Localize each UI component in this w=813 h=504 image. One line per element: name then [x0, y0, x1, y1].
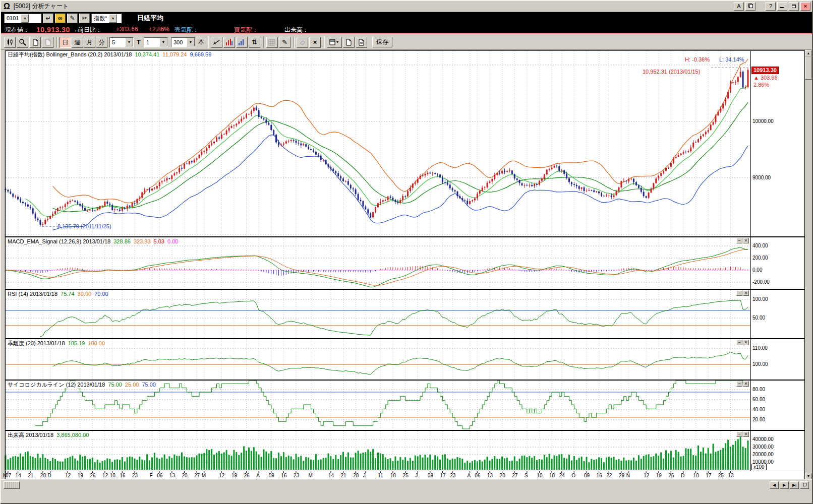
panel-grid-button[interactable] [800, 481, 809, 489]
axis-tick-label: -200.00 [752, 279, 770, 285]
copy-pages-icon [748, 4, 753, 8]
panel-close-button[interactable]: × [743, 340, 749, 345]
period-day-button[interactable]: 日 [60, 37, 71, 48]
date-label: 26 [668, 473, 674, 478]
tick-combo[interactable]: 1 ▼ [144, 37, 168, 47]
date-label: D [48, 473, 51, 478]
grid-button[interactable] [266, 37, 278, 48]
panel-minimize-button[interactable]: − [736, 290, 742, 296]
trendline-icon [212, 38, 220, 46]
chart-canvas [1, 50, 812, 479]
date-label: 25 [718, 473, 724, 478]
panel-minimize-button[interactable]: − [736, 238, 742, 243]
date-label: D [681, 473, 684, 478]
panel-header-rsi: RSI (14) 2013/01/1875.7430.0070.00 [7, 291, 112, 297]
save-template-button[interactable] [343, 37, 355, 48]
date-label: M [309, 473, 313, 478]
close-button[interactable]: × [800, 2, 810, 11]
help-button[interactable]: ? [766, 2, 776, 11]
scroll-down-button[interactable]: ▼ [805, 473, 812, 479]
titlebar[interactable]: Ω [5002] 分析チャート A ? × [1, 1, 812, 12]
date-label: 10 [537, 473, 542, 478]
page-icon [344, 38, 353, 46]
period-month-button[interactable]: 月 [84, 37, 95, 48]
date-label: 10 [110, 473, 115, 478]
pencil-icon: ✎ [282, 38, 287, 46]
candlestick-tool-button[interactable] [4, 37, 16, 48]
enter-button[interactable]: ↵ [43, 14, 53, 23]
minimize-icon [780, 4, 784, 8]
chevron-down-icon: ▼ [187, 38, 195, 46]
minimize-button[interactable] [777, 2, 787, 11]
indicator-blue-button[interactable] [236, 37, 248, 48]
bar-chart-red-icon [225, 38, 233, 46]
vertical-scrollbar[interactable] [805, 50, 812, 479]
chart-area[interactable]: 日経平均(指数) Bollinger_Bands (20,2) 2013/01/… [1, 50, 812, 479]
period-minute-button[interactable]: 分 [96, 37, 107, 48]
axis-tick-label: 100.00 [752, 296, 768, 302]
panel-minimize-button[interactable]: − [736, 431, 742, 437]
indicator-red-button[interactable] [223, 37, 235, 48]
axis-tick-label: 400.00 [752, 243, 768, 249]
duplicate-window-button[interactable] [745, 2, 756, 11]
axis-tick-label: 40000.00 [752, 436, 774, 443]
toolbar-separator [56, 37, 57, 48]
trendline-button[interactable] [211, 37, 222, 48]
date-label: S [525, 473, 528, 478]
price-change-percent: 2.86% [753, 82, 769, 88]
delete-button[interactable]: × [309, 37, 321, 48]
panel-close-button[interactable]: × [743, 238, 749, 243]
window-layout-button[interactable]: ▼ [327, 37, 342, 48]
load-template-button[interactable] [356, 37, 367, 48]
change-percent: +2.86% [149, 26, 169, 33]
panel-close-button[interactable]: × [743, 381, 749, 387]
zoom-tool-button[interactable] [17, 37, 28, 48]
save-button[interactable]: 保存 [372, 37, 392, 47]
header-value: 出来高 2013/01/18 [8, 432, 53, 438]
date-label: 16 [120, 473, 125, 478]
header-value: 100.00 [88, 340, 105, 346]
page-icon [357, 38, 365, 46]
category-combo[interactable]: 指数* ▼ [91, 14, 122, 23]
eraser-button[interactable] [297, 37, 308, 48]
symbol-search-button[interactable]: ∞ [55, 14, 66, 23]
bar-count-combo[interactable]: 300 ▼ [171, 37, 195, 47]
close-icon: × [804, 3, 807, 9]
period-week-button[interactable]: 週 [72, 37, 83, 48]
axis-tick-label: 110.00 [752, 345, 768, 351]
date-label: 10 [693, 473, 699, 478]
axis-tick-label: 9000.00 [752, 175, 771, 181]
panel-close-button[interactable]: × [743, 431, 749, 437]
chevron-down-icon: ▼ [335, 40, 339, 44]
bar-chart-blue-icon [238, 38, 246, 46]
draw-button[interactable]: ✎ [279, 37, 291, 48]
header-value: 323.83 [134, 238, 151, 244]
header-value: 11,079.24 [162, 51, 187, 57]
low-percent-label: L: 34.14% [719, 56, 744, 63]
chevron-down-icon: ▼ [159, 38, 167, 46]
app-logo-icon: Ω [4, 2, 10, 12]
panel-close-button[interactable]: × [743, 290, 749, 296]
updown-button[interactable]: ⇅ [249, 37, 260, 48]
scroll-right-button[interactable]: ▶ [780, 481, 789, 489]
scroll-up-button[interactable]: ▲ [805, 50, 812, 56]
minute-interval-combo[interactable]: 5 ▼ [109, 37, 134, 47]
high-percent-label: H: -0.36% [685, 56, 710, 63]
panel-minimize-button[interactable]: − [736, 340, 742, 345]
copy-chart-button[interactable] [42, 37, 53, 48]
font-size-button[interactable]: A [734, 2, 744, 11]
splitter-handle[interactable] [4, 481, 20, 489]
restore-button[interactable] [789, 2, 799, 11]
vertical-scroll-thumb[interactable] [805, 56, 812, 80]
clear-button[interactable]: ✂ [79, 14, 90, 23]
axis-tick-label: 10000.00 [752, 118, 774, 124]
scroll-left-button[interactable]: ◀ [770, 481, 779, 489]
date-label: 19 [231, 473, 237, 478]
edit-button[interactable]: ✎ [67, 14, 78, 23]
header-value: RSI (14) 2013/01/18 [8, 291, 57, 297]
date-label: 26 [244, 473, 250, 478]
symbol-code-combo[interactable]: 0101 ▼ [4, 14, 41, 23]
new-chart-button[interactable] [29, 37, 41, 48]
scroll-to-end-button[interactable]: ▶| [790, 481, 799, 489]
panel-minimize-button[interactable]: − [736, 381, 742, 387]
